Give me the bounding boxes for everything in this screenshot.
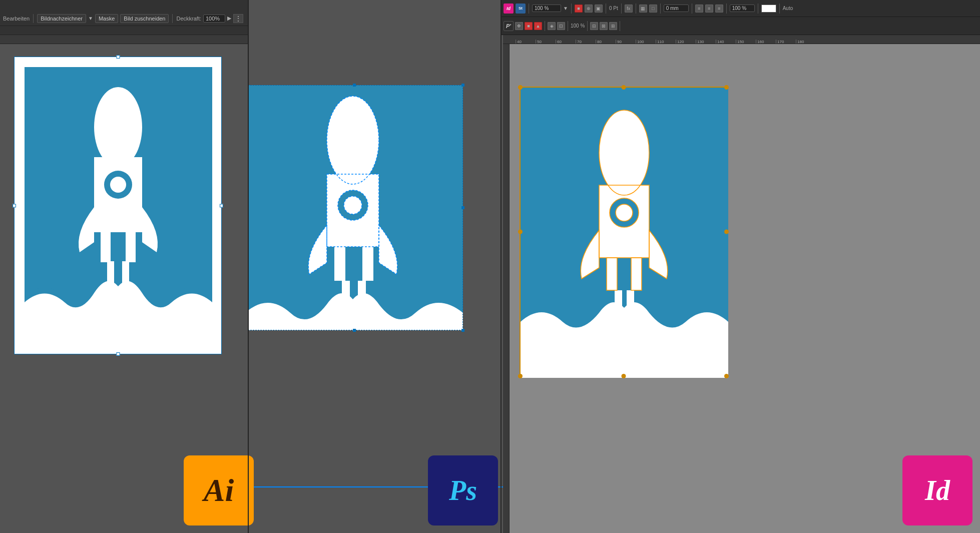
divider-ps-id: [501, 0, 502, 533]
id-handle-tc: [621, 85, 626, 90]
svg-point-4: [110, 177, 126, 193]
mark-100: 100: [636, 40, 656, 44]
deckkraft-input[interactable]: [203, 15, 225, 23]
ps-handle-tc: [353, 84, 356, 87]
grid-icon1: ▦: [639, 5, 647, 13]
sep2: [172, 14, 173, 23]
mark-160: 160: [756, 40, 776, 44]
bearbeiten-label: Bearbeiten: [3, 16, 30, 22]
id-toolbar1: Id St ▼ ■ ⊕ ▣ 0 Pt fx ▦ □ ≡ ≡ ≡ Auto: [501, 0, 980, 17]
handle-right: [220, 204, 223, 207]
mark-70: 70: [576, 40, 596, 44]
svg-rect-14: [334, 247, 345, 281]
ps-icon-text: Ps: [449, 474, 477, 506]
ai-app-icon[interactable]: Ai: [184, 455, 254, 525]
bild-zuschneiden-btn[interactable]: Bild zuschneiden: [120, 14, 169, 23]
color-swatch: [761, 5, 776, 13]
ps-handle-tr: [461, 84, 464, 87]
mark-50: 50: [536, 40, 556, 44]
svg-rect-6: [126, 232, 136, 262]
options-icon[interactable]: ⋮: [233, 14, 243, 23]
align-icon2: ≡: [705, 5, 713, 13]
p-logo: P': [504, 21, 514, 31]
divider-ai-ps: [248, 0, 249, 533]
sep7: [692, 4, 692, 14]
sep12: [568, 21, 568, 31]
id-ruler-horizontal: 40 50 60 70 80 90 100 110 120 130 140 15…: [501, 35, 980, 44]
ps-app-icon[interactable]: Ps: [428, 455, 498, 525]
mark-140: 140: [716, 40, 736, 44]
ai-toolbar: Bearbeiten Bildnachzeichner ▼ Maske Bild…: [0, 11, 248, 26]
ps-handle-br: [461, 329, 464, 332]
sep10: [779, 4, 780, 14]
svg-rect-7: [107, 261, 114, 289]
red-icon1: ■: [575, 5, 583, 13]
id-handle-mr: [724, 230, 729, 234]
align-r2: ⊠: [600, 22, 608, 30]
id-handle-ml: [518, 230, 523, 234]
fx-icon: fx: [625, 5, 633, 13]
mark-180: 180: [796, 40, 816, 44]
tool-sq1: ◈: [548, 22, 556, 30]
sep6: [660, 4, 661, 14]
tool-sq2: ⊡: [557, 22, 565, 30]
expand-arrow: ▶: [227, 15, 231, 22]
grid-icon2: □: [649, 5, 657, 13]
maske-btn[interactable]: Maske: [95, 14, 118, 23]
id-handle-bc: [621, 374, 626, 378]
percent-input[interactable]: [730, 5, 755, 12]
zoom-input[interactable]: [532, 5, 561, 12]
mark-120: 120: [676, 40, 696, 44]
sep5: [636, 4, 636, 14]
mark-60: 60: [556, 40, 576, 44]
red-icon2: ■: [525, 22, 533, 30]
id-app-icon[interactable]: Id: [902, 455, 972, 525]
mark-90: 90: [616, 40, 636, 44]
mark-40: 40: [516, 40, 536, 44]
ai-ruler-horizontal: [0, 35, 248, 44]
id-rocket-svg: [521, 88, 728, 378]
sep2: [571, 4, 572, 14]
sep3: [606, 4, 606, 14]
mm-input[interactable]: [664, 5, 689, 12]
pt-label: 0 Pt: [609, 6, 618, 11]
sep14: [620, 21, 620, 31]
align-icon3: ≡: [715, 5, 723, 13]
handle-top: [116, 55, 120, 59]
mark-80: 80: [596, 40, 616, 44]
align-r3: ⊞: [609, 22, 617, 30]
sep8: [726, 4, 727, 14]
ps-rocket-svg: [248, 85, 463, 330]
mark-150: 150: [736, 40, 756, 44]
handle-bottom: [116, 352, 120, 356]
id-handle-tr: [724, 85, 729, 90]
sep13: [587, 21, 588, 31]
deckkraft-label: Deckkraft:: [176, 16, 201, 22]
id-artboard: [520, 87, 727, 377]
dropdown-arrow: ▼: [88, 16, 93, 21]
id-logo-sm: Id: [504, 4, 514, 14]
id-canvas: Id: [510, 44, 980, 533]
id-handle-bl: [518, 374, 523, 378]
ps-artboard: [248, 85, 463, 330]
svg-rect-15: [362, 247, 373, 281]
move-icon: ✥: [515, 22, 523, 30]
tool-icon1: ⊕: [585, 5, 593, 13]
ai-rocket-svg: [15, 57, 222, 355]
svg-rect-5: [101, 232, 111, 262]
ps-handle-bc: [353, 329, 356, 332]
ai-icon-text: Ai: [204, 472, 234, 509]
sep9: [758, 4, 758, 14]
id-toolbar2: P' ✥ ■ ▲ ◈ ⊡ 100 % ⊟ ⊠ ⊞: [501, 17, 980, 35]
handle-left: [13, 204, 16, 207]
mark-170: 170: [776, 40, 796, 44]
mark-130: 130: [696, 40, 716, 44]
align-icon1: ≡: [695, 5, 703, 13]
sep11: [545, 21, 545, 31]
id-handle-br: [724, 374, 729, 378]
ps-handle-mr: [461, 206, 464, 209]
zoom-arrow: ▼: [563, 6, 568, 11]
svg-rect-27: [607, 258, 617, 290]
row2-label: 100 %: [571, 23, 585, 29]
bildnachzeichner-btn[interactable]: Bildnachzeichner: [37, 14, 86, 23]
